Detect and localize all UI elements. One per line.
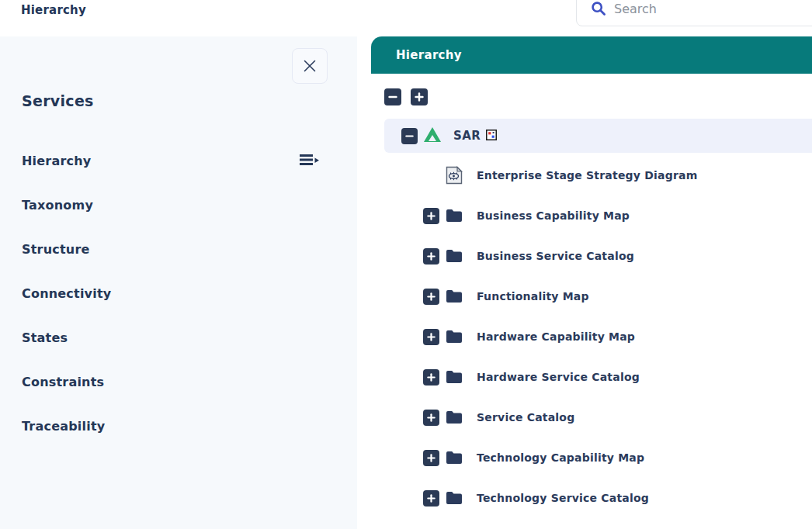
plus-icon	[414, 92, 425, 102]
tree-item-functionality-map[interactable]: Functionality Map	[384, 276, 812, 316]
folder-icon	[446, 207, 463, 224]
folder-icon	[446, 489, 463, 507]
collapse-node-button[interactable]	[401, 128, 418, 144]
expand-node-button[interactable]	[423, 490, 439, 507]
search-icon	[591, 1, 606, 16]
list-detail-icon	[300, 152, 320, 171]
plus-icon	[426, 211, 436, 221]
sidebar-item-structure[interactable]: Structure	[0, 227, 357, 271]
tree-item-enterprise-stage-strategy-diagram[interactable]: Enterprise Stage Strategy Diagram	[384, 155, 812, 195]
tree-item-label: Business Capability Map	[477, 209, 630, 222]
sidebar-item-hierarchy[interactable]: Hierarchy	[0, 139, 357, 183]
tree-root-row-sar[interactable]: SAR	[384, 119, 812, 153]
expand-node-button[interactable]	[423, 329, 439, 345]
folder-icon	[446, 409, 463, 426]
tree-item-business-capability-map[interactable]: Business Capability Map	[384, 195, 812, 236]
close-icon	[302, 58, 318, 74]
model-badge-icon	[486, 129, 497, 143]
model-triangle-icon	[424, 127, 441, 145]
sidebar-item-states[interactable]: States	[0, 316, 357, 360]
page-title: Hierarchy	[21, 3, 86, 17]
tree-item-label: Service Catalog	[477, 411, 574, 424]
sidebar-item-taxonomy[interactable]: Taxonomy	[0, 183, 357, 227]
plus-icon	[426, 292, 436, 302]
panel-title: Hierarchy	[396, 48, 462, 62]
sidebar-item-label: Constraints	[22, 375, 104, 389]
tree-item-hardware-capability-map[interactable]: Hardware Capability Map	[384, 316, 812, 357]
plus-icon	[426, 413, 436, 423]
tree-item-label: Enterprise Stage Strategy Diagram	[477, 169, 697, 182]
plus-icon	[426, 372, 436, 382]
tree-root-label: SAR	[453, 129, 481, 143]
minus-icon	[404, 131, 415, 141]
diagram-file-icon	[446, 167, 463, 184]
sidebar-item-label: Hierarchy	[22, 154, 91, 168]
sidebar-title: Services	[22, 92, 94, 109]
tree-item-label: Technology Capability Map	[477, 451, 644, 464]
sidebar-item-label: Taxonomy	[22, 198, 93, 213]
sidebar-item-label: Structure	[22, 242, 90, 257]
search-input[interactable]	[614, 2, 785, 16]
sidebar-item-traceability[interactable]: Traceability	[0, 404, 357, 448]
expand-node-button[interactable]	[423, 289, 439, 305]
expand-node-button[interactable]	[423, 248, 439, 264]
tree-item-label: Hardware Capability Map	[477, 330, 635, 343]
tree-item-technology-service-catalog[interactable]: Technology Service Catalog	[384, 478, 812, 518]
sidebar-item-label: States	[22, 330, 68, 345]
tree-item-technology-capability-map[interactable]: Technology Capability Map	[384, 437, 812, 478]
sidebar-item-label: Traceability	[22, 419, 105, 434]
hierarchy-tree: SAR	[371, 74, 812, 518]
plus-icon	[426, 332, 436, 342]
folder-icon	[446, 449, 463, 466]
tree-children: Enterprise Stage Strategy Diagram Busine…	[384, 153, 812, 518]
tree-item-service-catalog[interactable]: Service Catalog	[384, 397, 812, 437]
folder-icon	[446, 247, 463, 264]
plus-icon	[426, 453, 436, 463]
sidebar-item-constraints[interactable]: Constraints	[0, 360, 357, 404]
expand-node-button[interactable]	[423, 450, 439, 466]
folder-icon	[446, 328, 463, 345]
tree-toolbar	[384, 88, 812, 105]
expand-node-button[interactable]	[423, 208, 439, 224]
panel-header: Hierarchy	[371, 36, 812, 74]
expand-node-button[interactable]	[423, 410, 439, 426]
hierarchy-panel: Hierarchy	[371, 36, 812, 529]
expand-node-button[interactable]	[423, 369, 439, 386]
tree-item-label: Technology Service Catalog	[477, 492, 649, 504]
tree-item-business-service-catalog[interactable]: Business Service Catalog	[384, 236, 812, 276]
tree-item-label: Business Service Catalog	[477, 250, 634, 262]
sidebar-item-connectivity[interactable]: Connectivity	[0, 271, 357, 316]
sidebar-item-label: Connectivity	[22, 286, 111, 301]
tree-item-hardware-service-catalog[interactable]: Hardware Service Catalog	[384, 357, 812, 397]
services-sidebar: Services Hierarchy Taxonomy Structure	[0, 36, 357, 529]
top-bar: Hierarchy	[0, 0, 812, 36]
sidebar-nav: Hierarchy Taxonomy Structure Connectivit…	[0, 139, 357, 448]
tree-item-label: Hardware Service Catalog	[477, 371, 640, 383]
folder-icon	[446, 288, 463, 305]
folder-icon	[446, 368, 463, 386]
collapse-all-button[interactable]	[384, 88, 401, 105]
minus-icon	[387, 92, 398, 102]
expand-all-button[interactable]	[411, 88, 428, 105]
plus-icon	[426, 251, 436, 261]
close-sidebar-button[interactable]	[292, 48, 328, 84]
search-box[interactable]	[576, 0, 812, 26]
tree-item-label: Functionality Map	[477, 290, 589, 303]
expander-spacer	[423, 168, 439, 184]
plus-icon	[426, 493, 436, 503]
